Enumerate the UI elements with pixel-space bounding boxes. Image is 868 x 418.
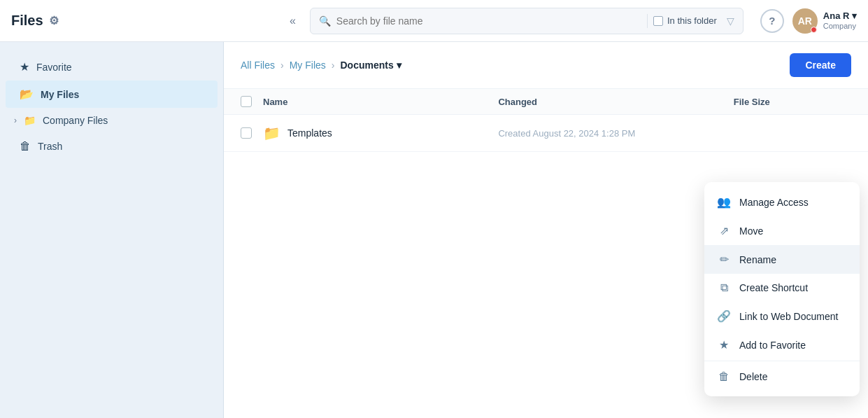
- star-icon: ★: [717, 338, 731, 351]
- sidebar-item-label: My Files: [41, 89, 79, 100]
- table-header: Name Changed File Size: [224, 89, 868, 115]
- menu-item-manage-access[interactable]: 👥 Manage Access: [704, 188, 860, 216]
- menu-item-label: Manage Access: [739, 197, 809, 208]
- menu-item-add-to-favorite[interactable]: ★ Add to Favorite: [704, 330, 860, 359]
- sidebar-item-label: Company Files: [43, 115, 108, 126]
- gear-icon[interactable]: ⚙: [49, 14, 59, 27]
- manage-access-icon: 👥: [717, 195, 731, 209]
- user-menu[interactable]: AR Ana R ▾ Company: [792, 8, 857, 34]
- company-folder-icon: 📁: [24, 115, 36, 126]
- header-right: ? AR Ana R ▾ Company: [760, 8, 857, 34]
- rename-icon: ✏: [717, 253, 731, 266]
- collapse-sidebar-button[interactable]: «: [284, 12, 301, 30]
- delete-icon: 🗑: [717, 370, 731, 383]
- user-info: Ana R ▾ Company: [823, 11, 857, 31]
- sidebar-item-favorite[interactable]: ★ Favorite: [6, 53, 218, 81]
- context-menu: 👥 Manage Access ⇗ Move ✏ Rename ⧉ Create…: [704, 182, 860, 396]
- menu-item-label: Add to Favorite: [739, 340, 806, 351]
- user-name: Ana R ▾: [823, 11, 857, 22]
- star-icon: ★: [20, 60, 29, 74]
- main-layout: ★ Favorite 📂 My Files › 📁 Company Files …: [0, 42, 868, 418]
- app-title: Files ⚙: [11, 13, 151, 29]
- row-checkbox[interactable]: [241, 127, 252, 139]
- chevron-down-icon: ▾: [852, 11, 857, 21]
- avatar-wrap: AR: [792, 8, 818, 34]
- breadcrumb: All Files › My Files › Documents ▾ Creat…: [224, 42, 868, 89]
- breadcrumb-my-files[interactable]: My Files: [290, 60, 326, 71]
- avatar-status-dot: [811, 27, 817, 33]
- link-icon: 🔗: [717, 309, 731, 323]
- trash-icon: 🗑: [20, 140, 31, 153]
- sidebar-item-my-files[interactable]: 📂 My Files: [6, 81, 218, 108]
- search-input[interactable]: [336, 15, 641, 27]
- search-bar: 🔍 In this folder ▽: [310, 8, 744, 34]
- move-icon: ⇗: [717, 224, 731, 237]
- menu-item-delete[interactable]: 🗑 Delete: [704, 363, 860, 391]
- breadcrumb-sep-1: ›: [280, 60, 284, 71]
- row-file-name: Templates: [287, 127, 332, 139]
- in-this-folder-checkbox[interactable]: [653, 16, 663, 26]
- row-checkbox-col: [241, 127, 263, 139]
- title-text: Files: [11, 13, 43, 29]
- column-header-file-size: File Size: [734, 97, 851, 107]
- row-changed-cell: Created August 22, 2024 1:28 PM: [498, 128, 733, 139]
- select-all-checkbox[interactable]: [241, 96, 252, 107]
- sidebar: ★ Favorite 📂 My Files › 📁 Company Files …: [0, 42, 224, 418]
- menu-item-link-to-web-document[interactable]: 🔗 Link to Web Document: [704, 302, 860, 330]
- table-row[interactable]: 📁 Templates Created August 22, 2024 1:28…: [224, 115, 868, 152]
- row-name-cell: 📁 Templates: [263, 125, 498, 141]
- breadcrumb-sep-2: ›: [332, 60, 335, 71]
- menu-item-label: Move: [739, 225, 763, 237]
- create-button[interactable]: Create: [790, 53, 851, 77]
- search-icon: 🔍: [319, 15, 331, 27]
- menu-divider: [704, 361, 860, 361]
- menu-item-move[interactable]: ⇗ Move: [704, 216, 860, 245]
- search-divider: [647, 14, 648, 28]
- folder-icon: 📁: [263, 125, 280, 141]
- create-shortcut-icon: ⧉: [717, 281, 731, 294]
- column-header-changed: Changed: [498, 97, 733, 107]
- menu-item-label: Rename: [739, 254, 776, 265]
- in-this-folder-label: In this folder: [667, 15, 717, 26]
- menu-item-label: Link to Web Document: [739, 311, 838, 322]
- chevron-down-icon: ▾: [397, 60, 401, 71]
- menu-item-create-shortcut[interactable]: ⧉ Create Shortcut: [704, 274, 860, 302]
- chevron-right-icon: ›: [14, 116, 17, 125]
- sidebar-item-trash[interactable]: 🗑 Trash: [6, 133, 218, 160]
- in-this-folder-toggle[interactable]: In this folder: [653, 15, 717, 26]
- avatar-initials: AR: [798, 15, 812, 27]
- sidebar-item-company-files[interactable]: › 📁 Company Files: [0, 108, 223, 133]
- menu-item-rename[interactable]: ✏ Rename: [704, 245, 860, 274]
- breadcrumb-current[interactable]: Documents ▾: [340, 60, 401, 71]
- app-header: Files ⚙ « 🔍 In this folder ▽ ? AR Ana R …: [0, 0, 868, 42]
- filter-icon[interactable]: ▽: [727, 15, 734, 27]
- column-header-name: Name: [263, 97, 498, 107]
- header-checkbox-col: [241, 96, 263, 107]
- sidebar-item-label: Favorite: [36, 62, 72, 73]
- menu-item-label: Create Shortcut: [739, 282, 808, 293]
- breadcrumb-all-files[interactable]: All Files: [241, 60, 275, 71]
- help-button[interactable]: ?: [760, 9, 784, 33]
- user-company: Company: [823, 22, 857, 31]
- sidebar-item-label: Trash: [38, 141, 62, 152]
- content-area: All Files › My Files › Documents ▾ Creat…: [224, 42, 868, 418]
- menu-item-label: Delete: [739, 371, 767, 382]
- folder-open-icon: 📂: [20, 88, 34, 101]
